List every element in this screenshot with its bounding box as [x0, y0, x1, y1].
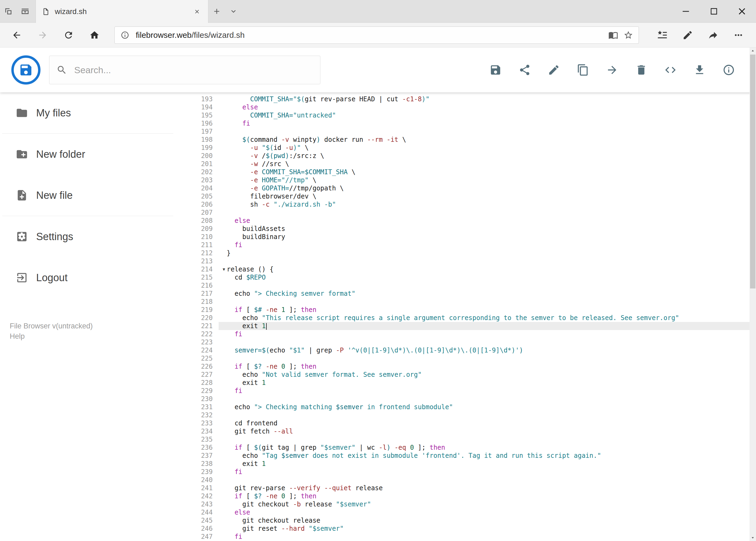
code-line[interactable]: exit 1 — [219, 379, 750, 387]
code-line[interactable] — [219, 257, 750, 265]
search-input[interactable] — [74, 65, 313, 76]
save-button[interactable] — [484, 59, 507, 81]
code-line[interactable] — [219, 209, 750, 217]
code-line[interactable]: cd $REPO — [219, 273, 750, 281]
home-button[interactable] — [82, 25, 108, 46]
code-line[interactable]: cd frontend — [219, 419, 750, 427]
code-line[interactable]: echo "Not valid semver format. See semve… — [219, 370, 750, 379]
code-editor[interactable]: 1931941951961971981992002012022032042052… — [175, 92, 750, 541]
code-line[interactable]: -w //src \ — [219, 160, 750, 168]
back-button[interactable] — [4, 25, 30, 46]
code-line[interactable]: fi — [219, 330, 750, 338]
editor-content[interactable]: COMMIT_SHA="$(git rev-parse HEAD | cut -… — [219, 95, 750, 541]
code-line[interactable]: echo "This release script requires a sin… — [219, 314, 750, 322]
address-bar[interactable]: filebrowser.web/files/wizard.sh — [115, 26, 639, 44]
new-tab-button[interactable] — [208, 0, 225, 22]
move-button[interactable] — [601, 59, 623, 81]
code-line[interactable]: -e HOME="//tmp" \ — [219, 176, 750, 184]
scrollbar-down-button[interactable] — [750, 535, 756, 541]
download-button[interactable] — [688, 59, 711, 81]
code-line[interactable]: filebrowser/dev \ — [219, 192, 750, 201]
code-line[interactable]: git checkout -b release "$semver" — [219, 500, 750, 508]
code-line[interactable]: git fetch --all — [219, 427, 750, 435]
code-line[interactable]: git rev-parse --verify --quiet release — [219, 484, 750, 492]
code-line[interactable] — [219, 476, 750, 484]
code-line[interactable]: fi — [219, 119, 750, 128]
help-link[interactable]: Help — [10, 331, 93, 341]
code-line[interactable] — [219, 411, 750, 419]
code-line[interactable]: buildBinary — [219, 233, 750, 241]
code-line[interactable]: else — [219, 508, 750, 516]
code-line[interactable]: if [ $(git tag | grep "$semver" | wc -l)… — [219, 443, 750, 452]
code-line[interactable] — [219, 128, 750, 136]
code-line[interactable]: fi — [219, 387, 750, 395]
site-info-button[interactable] — [118, 29, 132, 41]
scrollbar-thumb[interactable] — [750, 55, 755, 288]
code-line[interactable]: echo "> Checking matching $semver in fro… — [219, 403, 750, 411]
maximize-button[interactable] — [700, 0, 728, 22]
favorite-button[interactable] — [621, 29, 636, 42]
code-line[interactable]: COMMIT_SHA="untracked" — [219, 111, 750, 119]
share-page-button[interactable] — [700, 25, 726, 46]
code-line[interactable]: if [ $? -ne 0 ]; then — [219, 492, 750, 500]
code-line[interactable]: $(command -v winpty) docker run --rm -it… — [219, 136, 750, 144]
share-button[interactable] — [514, 59, 536, 81]
code-line[interactable]: git reset --hard "$semver" — [219, 525, 750, 533]
tab-list-button[interactable] — [225, 0, 242, 22]
code-line[interactable]: git checkout release — [219, 516, 750, 525]
sidebar-item-my-files[interactable]: My files — [0, 92, 175, 134]
code-line[interactable]: COMMIT_SHA="$(git rev-parse HEAD | cut -… — [219, 95, 750, 103]
code-line[interactable]: -e COMMIT_SHA=$COMMIT_SHA \ — [219, 168, 750, 176]
info-button[interactable] — [718, 59, 740, 81]
set-tabs-aside-button[interactable] — [0, 0, 17, 22]
fold-marker-icon[interactable]: ▾ — [223, 265, 225, 273]
forward-button[interactable] — [30, 25, 56, 46]
code-line[interactable]: fi — [219, 468, 750, 476]
sidebar-item-new-folder[interactable]: New folder — [0, 134, 175, 175]
code-line[interactable]: fi — [219, 533, 750, 541]
rename-button[interactable] — [543, 59, 565, 81]
code-line[interactable] — [219, 435, 750, 443]
code-line[interactable]: echo "> Checking semver format" — [219, 289, 750, 297]
code-line[interactable] — [219, 338, 750, 346]
code-line[interactable] — [219, 297, 750, 306]
code-line[interactable]: fi — [219, 241, 750, 249]
code-line[interactable]: echo "Tag $semver does not exist in subm… — [219, 452, 750, 460]
refresh-button[interactable] — [56, 25, 82, 46]
code-line[interactable]: buildAssets — [219, 225, 750, 233]
code-line[interactable]: if [ $? -ne 0 ]; then — [219, 362, 750, 370]
sidebar-item-settings[interactable]: Settings — [0, 216, 175, 257]
code-line[interactable]: sh -c "./wizard.sh -b" — [219, 201, 750, 209]
favorites-hub-button[interactable] — [650, 25, 675, 46]
web-note-button[interactable] — [675, 25, 700, 46]
app-logo[interactable] — [11, 55, 41, 85]
code-line[interactable]: release () { — [219, 265, 750, 273]
code-line[interactable] — [219, 354, 750, 362]
code-line[interactable]: exit 1 — [219, 322, 750, 330]
scrollbar-up-button[interactable] — [750, 48, 756, 54]
browser-tab[interactable]: wizard.sh — [36, 0, 208, 23]
sidebar-item-new-file[interactable]: New file — [0, 175, 175, 216]
sidebar-item-logout[interactable]: Logout — [0, 257, 175, 298]
code-line[interactable] — [219, 281, 750, 289]
more-button[interactable] — [726, 25, 751, 46]
search-box[interactable] — [49, 56, 320, 84]
close-tab-button[interactable] — [192, 6, 202, 17]
tab-preview-button[interactable] — [17, 0, 34, 22]
delete-button[interactable] — [630, 59, 652, 81]
minimize-button[interactable] — [672, 0, 700, 22]
code-line[interactable]: else — [219, 217, 750, 225]
reading-view-button[interactable] — [606, 29, 621, 42]
code-line[interactable]: -v /$(pwd):/src:z \ — [219, 152, 750, 160]
code-line[interactable]: semver=$(echo "$1" | grep -P '^v(0|[1-9]… — [219, 346, 750, 354]
raw-view-button[interactable] — [659, 59, 681, 81]
close-window-button[interactable] — [728, 0, 756, 22]
copy-button[interactable] — [572, 59, 594, 81]
code-line[interactable]: exit 1 — [219, 460, 750, 468]
code-line[interactable]: -u "$(id -u)" \ — [219, 144, 750, 152]
code-line[interactable]: else — [219, 103, 750, 111]
code-line[interactable] — [219, 395, 750, 403]
code-line[interactable]: } — [219, 249, 750, 257]
code-line[interactable]: if [ $# -ne 1 ]; then — [219, 306, 750, 314]
code-line[interactable]: -e GOPATH=//tmp/gopath \ — [219, 184, 750, 192]
